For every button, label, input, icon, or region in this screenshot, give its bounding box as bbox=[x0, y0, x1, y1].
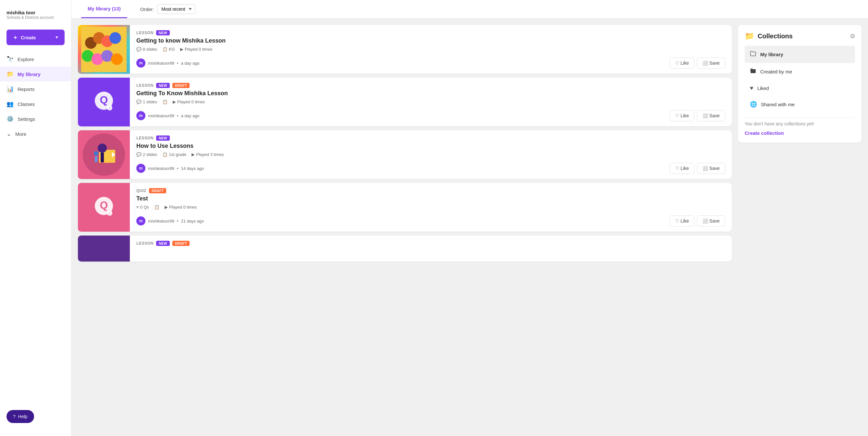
collections-title: 📁 Collections bbox=[745, 31, 793, 40]
save-button[interactable]: ⬜ Save bbox=[697, 215, 725, 227]
svg-rect-18 bbox=[101, 153, 104, 163]
author-name: mishikatoor99 bbox=[148, 113, 174, 118]
like-button[interactable]: ♡ Like bbox=[670, 110, 695, 121]
coll-nav-my-library-label: My library bbox=[760, 52, 783, 57]
dot-separator: • bbox=[177, 219, 179, 224]
collections-divider bbox=[745, 118, 855, 118]
sidebar-item-explore-label: Explore bbox=[18, 57, 34, 62]
svg-point-17 bbox=[98, 144, 107, 153]
time-ago: 14 days ago bbox=[181, 166, 204, 171]
lesson-meta: 💬 1 slides 📋 ▶ Played 0 times bbox=[136, 99, 725, 104]
create-chevron-icon: ▼ bbox=[55, 35, 59, 40]
lesson-meta: 💬 2 slides 📋 1st grade ▶ Played 3 times bbox=[136, 152, 725, 157]
create-button[interactable]: ＋ Create ▼ bbox=[6, 30, 65, 45]
order-section: Order: Most recent Oldest A-Z Z-A bbox=[140, 4, 196, 14]
author-info: m mishikatoor99 • a day ago bbox=[136, 58, 199, 67]
lesson-title: Getting To Know Mishika Lesson bbox=[136, 90, 725, 97]
grade-icon: 📋 bbox=[162, 152, 167, 157]
avatar: m bbox=[136, 58, 146, 67]
time-ago: a day ago bbox=[181, 113, 199, 118]
questions-icon: ≡ bbox=[136, 205, 139, 209]
like-button[interactable]: ♡ Like bbox=[670, 215, 695, 227]
coll-nav-created-by-me-label: Created by me bbox=[760, 69, 792, 75]
help-button[interactable]: ? Help bbox=[6, 410, 34, 423]
save-button[interactable]: ⬜ Save bbox=[697, 58, 725, 68]
collections-chevron-button[interactable]: ⊙ bbox=[850, 32, 855, 40]
lesson-type-row: LESSON NEW bbox=[136, 136, 725, 141]
coll-nav-liked[interactable]: ♥ Liked bbox=[745, 80, 855, 96]
create-collection-link[interactable]: Create collection bbox=[745, 130, 784, 136]
collections-panel: 📁 Collections ⊙ My library bbox=[738, 25, 862, 143]
lesson-card: LESSON NEW How to Use Lessons 💬 2 slides… bbox=[78, 130, 732, 179]
sidebar-item-settings[interactable]: ⚙️ Settings bbox=[0, 111, 71, 126]
svg-rect-0 bbox=[81, 27, 127, 72]
sidebar-user: mishika toor Schools & Districts account bbox=[0, 6, 71, 26]
main-area: My library (13) Order: Most recent Oldes… bbox=[71, 0, 868, 436]
tab-bar: My library (13) Order: Most recent Oldes… bbox=[71, 0, 868, 19]
grade-icon: 📋 bbox=[162, 47, 167, 52]
svg-text:!: ! bbox=[110, 107, 111, 110]
lesson-type-row: LESSON NEW bbox=[136, 30, 725, 35]
play-icon: ▶ bbox=[191, 152, 195, 157]
lesson-meta: ≡ 0 Qs 📋 ▶ Played 0 times bbox=[136, 205, 725, 209]
lesson-card: Q ! QUIZ DRAFT Test ≡ 0 Qs � bbox=[78, 183, 732, 232]
author-info: m mishikatoor99 • 14 days ago bbox=[136, 164, 204, 173]
lesson-footer: m mishikatoor99 • 14 days ago ♡ Like ⬜ S… bbox=[136, 163, 725, 174]
sidebar-item-more[interactable]: ⌄ More bbox=[0, 126, 71, 141]
grade-icon: 📋 bbox=[154, 205, 159, 209]
action-buttons: ♡ Like ⬜ Save bbox=[670, 215, 725, 227]
lesson-body: QUIZ DRAFT Test ≡ 0 Qs 📋 ▶ Played 0 time… bbox=[130, 183, 732, 232]
coll-nav-shared-with-me-label: Shared with me bbox=[761, 102, 795, 107]
badge-new: NEW bbox=[156, 136, 170, 141]
explore-icon: 🔭 bbox=[6, 56, 13, 63]
svg-text:Q: Q bbox=[100, 94, 108, 106]
save-button[interactable]: ⬜ Save bbox=[697, 110, 725, 121]
badge-draft: DRAFT bbox=[149, 188, 166, 193]
badge-draft: DRAFT bbox=[173, 83, 190, 88]
lesson-footer: m mishikatoor99 • a day ago ♡ Like ⬜ Sav… bbox=[136, 58, 725, 68]
more-chevron-icon: ⌄ bbox=[6, 130, 11, 138]
sidebar-item-explore[interactable]: 🔭 Explore bbox=[0, 52, 71, 67]
sidebar-item-reports-label: Reports bbox=[18, 86, 35, 92]
save-button[interactable]: ⬜ Save bbox=[697, 163, 725, 174]
lesson-footer: m mishikatoor99 • a day ago ♡ Like ⬜ Sav… bbox=[136, 110, 725, 121]
author-name: mishikatoor99 bbox=[148, 219, 174, 224]
author-info: m mishikatoor99 • a day ago bbox=[136, 111, 199, 120]
order-select[interactable]: Most recent Oldest A-Z Z-A bbox=[157, 4, 195, 14]
lesson-thumbnail bbox=[78, 236, 130, 262]
like-button[interactable]: ♡ Like bbox=[670, 58, 695, 68]
slides-icon: 💬 bbox=[136, 47, 142, 52]
lesson-type-label: LESSON bbox=[136, 83, 154, 88]
badge-new: NEW bbox=[156, 241, 170, 246]
time-ago: a day ago bbox=[181, 61, 199, 66]
avatar: m bbox=[136, 216, 146, 226]
coll-nav-created-by-me[interactable]: Created by me bbox=[745, 63, 855, 80]
lesson-type-label: LESSON bbox=[136, 241, 154, 245]
lesson-card: LESSON NEW Getting to know Mishika Lesso… bbox=[78, 25, 732, 74]
sidebar-item-classes[interactable]: 👥 Classes bbox=[0, 96, 71, 111]
svg-rect-16 bbox=[95, 156, 97, 162]
avatar: m bbox=[136, 111, 146, 120]
svg-point-8 bbox=[111, 53, 123, 65]
slides-icon: 💬 bbox=[136, 152, 142, 157]
play-icon: ▶ bbox=[164, 205, 168, 209]
lesson-thumbnail bbox=[78, 25, 130, 74]
tab-my-library[interactable]: My library (13) bbox=[81, 0, 127, 18]
sidebar: mishika toor Schools & Districts account… bbox=[0, 0, 71, 436]
svg-text:!: ! bbox=[110, 212, 111, 215]
coll-nav-shared-with-me[interactable]: 🌐 Shared with me bbox=[745, 96, 855, 112]
like-button[interactable]: ♡ Like bbox=[670, 163, 695, 174]
order-label: Order: bbox=[140, 6, 154, 12]
svg-point-4 bbox=[110, 32, 121, 44]
sidebar-item-classes-label: Classes bbox=[18, 101, 35, 107]
badge-new: NEW bbox=[156, 83, 170, 88]
sidebar-item-my-library[interactable]: 📁 My library bbox=[0, 67, 71, 82]
lesson-thumbnail: Q ! bbox=[78, 78, 130, 126]
sidebar-item-reports[interactable]: 📊 Reports bbox=[0, 82, 71, 96]
lesson-thumbnail: Q ! bbox=[78, 183, 130, 232]
settings-icon: ⚙️ bbox=[6, 115, 13, 122]
coll-nav-my-library[interactable]: My library bbox=[745, 46, 855, 63]
lesson-title: Getting to know Mishika Lesson bbox=[136, 37, 725, 44]
action-buttons: ♡ Like ⬜ Save bbox=[670, 163, 725, 174]
lesson-type-label: LESSON bbox=[136, 136, 154, 140]
